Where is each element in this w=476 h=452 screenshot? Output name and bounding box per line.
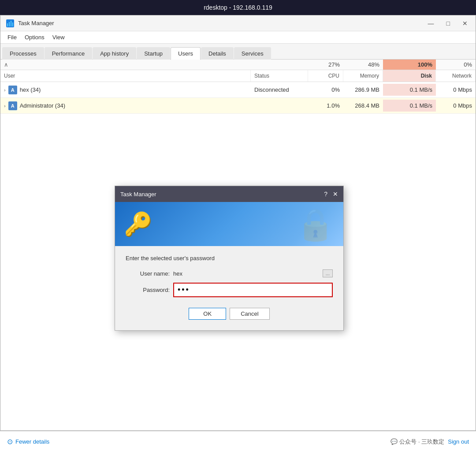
window-title: rdesktop - 192.168.0.119	[204, 4, 272, 11]
percentage-row: ∧ 27% 48% 100% 0%	[0, 60, 476, 70]
status-cell	[251, 103, 308, 108]
tab-users[interactable]: Users	[171, 47, 201, 60]
fewer-details-icon: ⊙	[7, 437, 13, 446]
tm-title-area: Task Manager	[6, 19, 54, 28]
tab-services[interactable]: Services	[234, 47, 271, 60]
username-input-wrapper: hex ...	[173, 269, 333, 277]
header-cpu[interactable]: CPU	[308, 70, 343, 82]
svg-rect-4	[12, 22, 13, 26]
disk-cell: 0.1 MB/s	[383, 84, 436, 96]
watermark: 💬 公众号 · 三玖数定 Sign out	[390, 438, 469, 446]
username-value: hex	[173, 270, 321, 277]
dialog-title: Task Manager	[120, 191, 156, 198]
net-pct: 0%	[436, 60, 476, 70]
ok-button[interactable]: OK	[189, 308, 226, 320]
dialog-form: User name: hex ... Password:	[126, 269, 333, 297]
expand-icon[interactable]: ›	[4, 103, 6, 108]
dialog-titlebar: Task Manager ? ✕	[115, 186, 343, 202]
svg-rect-2	[9, 22, 10, 26]
dialog-banner: 🔑 🔒	[115, 202, 343, 246]
dialog-instruction: Enter the selected user's password	[126, 255, 333, 261]
cpu-cell: 0%	[308, 84, 343, 96]
svg-rect-3	[11, 21, 11, 26]
fewer-details-label: Fewer details	[15, 438, 49, 445]
memory-cell: 268.4 MB	[343, 100, 383, 112]
fewer-details-button[interactable]: ⊙ Fewer details	[7, 437, 49, 446]
user-name-cell: › A Administrator (34)	[0, 99, 251, 113]
header-status[interactable]: Status	[251, 70, 308, 82]
users-table: ∧ 27% 48% 100% 0% User Status CPU Memory…	[0, 60, 476, 114]
dialog-buttons: OK Cancel	[126, 308, 333, 323]
tm-title-text: Task Manager	[18, 20, 54, 26]
username-label: User name:	[126, 270, 170, 277]
bottom-bar: ⊙ Fewer details 💬 公众号 · 三玖数定 Sign out	[0, 431, 476, 452]
header-network[interactable]: Network	[436, 70, 476, 82]
status-cell: Disconnected	[251, 84, 308, 96]
maximize-button[interactable]: □	[444, 19, 453, 28]
user-avatar: A	[8, 86, 17, 94]
password-dialog: Task Manager ? ✕ 🔑 🔒 Enter the selected …	[115, 186, 344, 331]
minimize-button[interactable]: —	[425, 19, 437, 28]
tab-app-history[interactable]: App history	[93, 47, 136, 60]
tm-titlebar: Task Manager — □ ✕	[0, 15, 476, 31]
table-row[interactable]: › A Administrator (34) 1.0% 268.4 MB 0.1…	[0, 98, 476, 114]
watermark-icon: 💬	[390, 438, 398, 445]
banner-background-icon: 🔒	[296, 206, 335, 243]
cpu-pct: 27%	[308, 60, 343, 70]
svg-rect-1	[7, 23, 8, 26]
dialog-controls: ? ✕	[324, 191, 338, 198]
menu-file[interactable]: File	[4, 33, 20, 41]
header-user[interactable]: User	[0, 70, 251, 82]
header-memory[interactable]: Memory	[343, 70, 383, 82]
expand-icon[interactable]: ›	[4, 87, 6, 93]
close-button[interactable]: ✕	[460, 19, 470, 28]
dialog-help-button[interactable]: ?	[324, 191, 327, 198]
tabs-bar: Processes Performance App history Startu…	[0, 44, 476, 60]
tab-processes[interactable]: Processes	[2, 47, 44, 60]
dialog-content: Enter the selected user's password User …	[115, 246, 343, 330]
tab-details[interactable]: Details	[201, 47, 234, 60]
column-headers: User Status CPU Memory Disk Network	[0, 70, 476, 82]
disk-pct: 100%	[383, 60, 436, 70]
memory-cell: 286.9 MB	[343, 84, 383, 96]
tm-app-icon	[6, 19, 15, 28]
password-row: Password:	[126, 283, 333, 297]
watermark-text: 公众号 · 三玖数定	[399, 438, 444, 446]
menu-view[interactable]: View	[49, 33, 68, 41]
tab-performance[interactable]: Performance	[45, 47, 92, 60]
user-avatar: A	[8, 101, 17, 110]
browse-button[interactable]: ...	[323, 269, 333, 277]
window-controls: — □ ✕	[425, 19, 470, 28]
mem-pct: 48%	[343, 60, 383, 70]
keys-icon: 🔑	[124, 211, 152, 238]
password-label: Password:	[126, 287, 170, 293]
network-cell: 0 Mbps	[436, 84, 476, 96]
table-row[interactable]: › A hex (34) Disconnected 0% 286.9 MB 0.…	[0, 82, 476, 98]
dialog-close-button[interactable]: ✕	[333, 191, 338, 198]
menu-options[interactable]: Options	[21, 33, 48, 41]
cpu-cell: 1.0%	[308, 100, 343, 112]
username-label: hex (34)	[20, 86, 41, 93]
menu-bar: File Options View	[0, 31, 476, 44]
header-disk[interactable]: Disk	[383, 70, 436, 82]
window-titlebar: rdesktop - 192.168.0.119	[0, 0, 476, 15]
username-label: Administrator (34)	[20, 102, 65, 109]
tab-startup[interactable]: Startup	[137, 47, 170, 60]
disk-cell: 0.1 MB/s	[383, 100, 436, 112]
network-cell: 0 Mbps	[436, 100, 476, 112]
user-name-cell: › A hex (34)	[0, 83, 251, 97]
status-col-empty	[251, 60, 308, 70]
password-input[interactable]	[173, 283, 333, 297]
sign-out-label[interactable]: Sign out	[448, 438, 469, 445]
username-row: User name: hex ...	[126, 269, 333, 277]
cancel-button[interactable]: Cancel	[230, 308, 269, 320]
